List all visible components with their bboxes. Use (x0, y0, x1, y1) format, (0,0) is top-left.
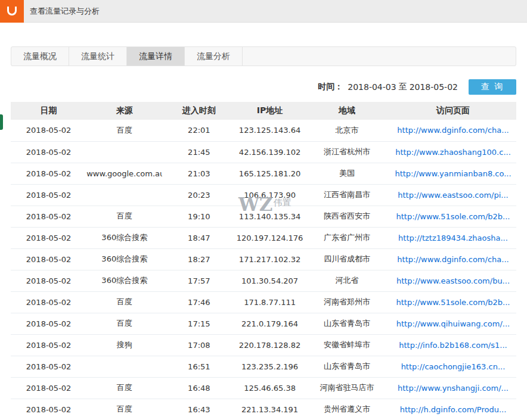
cell-region: 浙江省杭州市 (304, 141, 390, 163)
cell-date: 2018-05-02 (11, 334, 86, 356)
header-ip-address: IP地址 (235, 102, 303, 120)
end-date-value[interactable]: 2018-05-02 (410, 82, 458, 92)
cell-page: http://www.yanmianban8.co... (390, 163, 516, 184)
visited-page-link[interactable]: http://tztz189434.zhaosha... (398, 234, 508, 242)
cell-ip: 101.30.54.207 (235, 270, 303, 291)
visited-page-link[interactable]: http://www.zhaoshang100.c... (395, 148, 511, 157)
cell-ip: 221.0.179.164 (235, 313, 303, 334)
cell-date: 2018-05-02 (11, 270, 86, 291)
table-row: 2018-05-02360综合搜索18:27171.217.102.32四川省成… (11, 248, 516, 270)
start-date-value[interactable]: 2018-04-03 (348, 82, 396, 92)
tab-traffic-statistics[interactable]: 流量统计 (69, 47, 127, 66)
cell-date: 2018-05-02 (11, 206, 86, 227)
cell-region: 江西省南昌市 (304, 184, 390, 206)
cell-source: 360综合搜索 (86, 248, 162, 270)
cell-region: 安徽省蚌埠市 (304, 334, 390, 356)
cell-source: 百度 (86, 313, 162, 334)
visited-page-link[interactable]: http://www.eastsoo.com/bu... (396, 276, 510, 285)
traffic-table: 日期 来源 进入时刻 IP地址 地域 访问页面 2018-05-02百度22:0… (11, 102, 516, 420)
cell-region: 河北省 (304, 270, 390, 291)
cell-source: 百度 (86, 206, 162, 227)
tab-traffic-details[interactable]: 流量详情 (127, 47, 185, 66)
cell-time: 19:10 (162, 206, 235, 227)
traffic-table-body: 2018-05-02百度22:01123.125.143.64北京市http:/… (11, 120, 516, 420)
traffic-table-header: 日期 来源 进入时刻 IP地址 地域 访问页面 (11, 102, 516, 120)
cell-region: 河南省驻马店市 (304, 377, 390, 399)
cell-region: 陕西省西安市 (304, 206, 390, 227)
cell-date: 2018-05-02 (11, 356, 86, 377)
cell-date: 2018-05-02 (11, 227, 86, 248)
table-row: 2018-05-0221:4542.156.139.102浙江省杭州市http:… (11, 141, 516, 163)
table-row: 2018-05-0216:51123.235.2.196山东省青岛市http:/… (11, 356, 516, 377)
cell-source: 百度 (86, 399, 162, 420)
header-date: 日期 (11, 102, 86, 120)
cell-source: www.google.com.au (86, 163, 162, 184)
cell-page: http://www.51sole.com/b2b... (390, 291, 516, 313)
cell-page: http://www.dginfo.com/cha... (390, 248, 516, 270)
cell-ip: 120.197.124.176 (235, 227, 303, 248)
cell-page: http://www.ynshangji.com/... (390, 377, 516, 399)
cell-page: http://www.eastsoo.com/bu... (390, 270, 516, 291)
page-title: 查看流量记录与分析 (30, 6, 100, 17)
cell-region: 河南省郑州市 (304, 291, 390, 313)
time-filter-row: 时间： 2018-04-03 至 2018-05-02 查 询 (11, 79, 516, 95)
cell-source: 百度 (86, 377, 162, 399)
cell-date: 2018-05-02 (11, 399, 86, 420)
visited-page-link[interactable]: http://www.yanmianban8.co... (395, 169, 511, 178)
cell-date: 2018-05-02 (11, 377, 86, 399)
cell-ip: 123.235.2.196 (235, 356, 303, 377)
cell-ip: 165.125.181.20 (235, 163, 303, 184)
u-logo-glyph (7, 7, 17, 15)
cell-date: 2018-05-02 (11, 248, 86, 270)
tab-traffic-analysis[interactable]: 流量分析 (185, 47, 243, 66)
app-logo-icon[interactable] (0, 0, 24, 23)
cell-date: 2018-05-02 (11, 141, 86, 163)
cell-region: 美国 (304, 163, 390, 184)
cell-source (86, 141, 162, 163)
query-button[interactable]: 查 询 (469, 79, 516, 95)
cell-time: 21:45 (162, 141, 235, 163)
visited-page-link[interactable]: http://h.dginfo.com/Produ... (400, 405, 507, 414)
cell-time: 20:23 (162, 184, 235, 206)
visited-page-link[interactable]: http://info.b2b168.com/s1... (399, 341, 507, 350)
cell-date: 2018-05-02 (11, 313, 86, 334)
cell-region: 广东省广州市 (304, 227, 390, 248)
cell-ip: 171.8.77.111 (235, 291, 303, 313)
cell-source (86, 184, 162, 206)
cell-ip: 106.6.173.90 (235, 184, 303, 206)
visited-page-link[interactable]: http://www.qihuiwang.com/... (396, 319, 510, 328)
tab-traffic-overview[interactable]: 流量概况 (11, 47, 69, 66)
visited-page-link[interactable]: http://www.dginfo.com/cha... (397, 126, 509, 135)
cell-region: 山东省青岛市 (304, 313, 390, 334)
table-row: 2018-05-02搜狗17:08220.178.128.82安徽省蚌埠市htt… (11, 334, 516, 356)
visited-page-link[interactable]: http://www.51sole.com/b2b... (396, 298, 510, 307)
cell-time: 21:03 (162, 163, 235, 184)
time-label: 时间： (318, 82, 343, 92)
table-row: 2018-05-02360综合搜索17:57101.30.54.207河北省ht… (11, 270, 516, 291)
cell-source: 搜狗 (86, 334, 162, 356)
visited-page-link[interactable]: http://caochongjie163.cn... (401, 362, 506, 371)
cell-ip: 42.156.139.102 (235, 141, 303, 163)
visited-page-link[interactable]: http://www.ynshangji.com/... (398, 384, 509, 393)
cell-region: 北京市 (304, 120, 390, 141)
cell-page: http://h.dginfo.com/Produ... (390, 399, 516, 420)
cell-ip: 113.140.135.34 (235, 206, 303, 227)
table-row: 2018-05-02www.google.com.au21:03165.125.… (11, 163, 516, 184)
top-header-bar: 查看流量记录与分析 (0, 0, 527, 23)
visited-page-link[interactable]: http://www.51sole.com/b2b... (396, 212, 510, 221)
visited-page-link[interactable]: http://www.eastsoo.com/pi... (398, 191, 509, 200)
cell-time: 17:46 (162, 291, 235, 313)
visited-page-link[interactable]: http://www.dginfo.com/cha... (397, 255, 509, 264)
table-row: 2018-05-02百度16:43221.13.34.191贵州省遵义市http… (11, 399, 516, 420)
table-row: 2018-05-02百度17:46171.8.77.111河南省郑州市http:… (11, 291, 516, 313)
cell-page: http://www.eastsoo.com/pi... (390, 184, 516, 206)
cell-ip: 220.178.128.82 (235, 334, 303, 356)
cell-source (86, 356, 162, 377)
header-region: 地域 (304, 102, 390, 120)
cell-page: http://caochongjie163.cn... (390, 356, 516, 377)
table-row: 2018-05-0220:23106.6.173.90江西省南昌市http://… (11, 184, 516, 206)
date-range-separator: 至 (399, 82, 407, 92)
left-edge-green-badge (0, 114, 3, 130)
cell-time: 18:47 (162, 227, 235, 248)
cell-region: 贵州省遵义市 (304, 399, 390, 420)
